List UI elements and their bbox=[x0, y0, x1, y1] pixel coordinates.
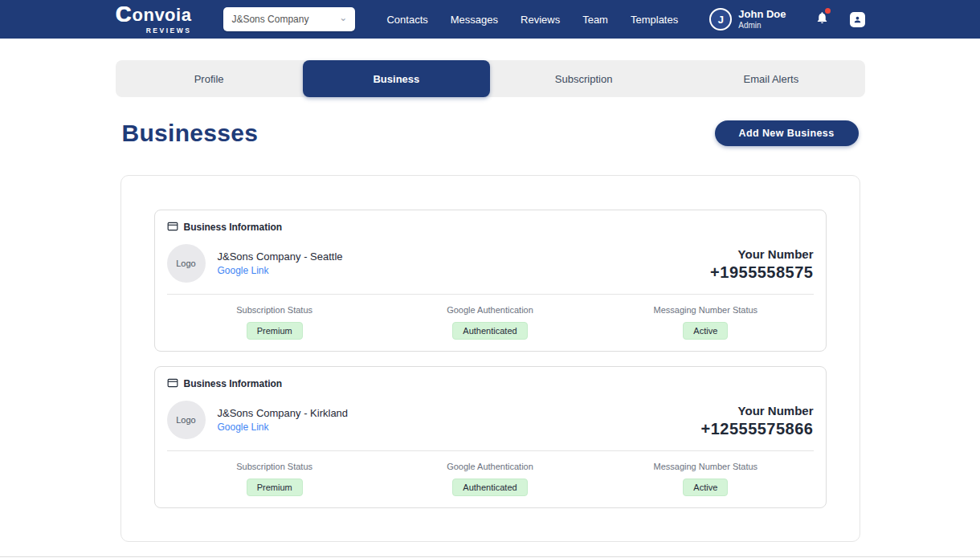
brand-c-swirl: C bbox=[116, 4, 132, 26]
google-auth-label: Google Authentication bbox=[447, 462, 533, 471]
tab-profile[interactable]: Profile bbox=[116, 60, 303, 97]
tab-email-alerts[interactable]: Email Alerts bbox=[677, 60, 864, 97]
primary-nav: Contacts Messages Reviews Team Templates bbox=[386, 14, 678, 26]
company-select[interactable]: J&Sons Company ⌄ bbox=[223, 7, 355, 31]
messaging-status-label: Messaging Number Status bbox=[654, 305, 758, 315]
nav-link-messages[interactable]: Messages bbox=[451, 14, 498, 26]
page-title: Businesses bbox=[122, 120, 259, 147]
top-navbar: C onvoia REVIEWS J&Sons Company ⌄ Contac… bbox=[0, 0, 980, 39]
nav-link-team[interactable]: Team bbox=[582, 14, 608, 26]
avatar[interactable]: J bbox=[709, 8, 732, 31]
business-info-title: Business Information bbox=[184, 222, 283, 233]
brand-subtitle: REVIEWS bbox=[116, 27, 192, 35]
business-logo: Logo bbox=[167, 401, 206, 439]
businesses-panel: Business Information Logo J&Sons Company… bbox=[120, 175, 860, 542]
nav-link-contacts[interactable]: Contacts bbox=[386, 14, 427, 26]
business-card: Business Information Logo J&Sons Company… bbox=[154, 366, 827, 508]
subscription-status-label: Subscription Status bbox=[236, 462, 312, 471]
nav-link-reviews[interactable]: Reviews bbox=[521, 14, 560, 26]
google-auth-label: Google Authentication bbox=[447, 305, 533, 315]
business-info-icon bbox=[167, 220, 178, 234]
business-info-icon bbox=[167, 377, 178, 391]
messaging-status-badge: Active bbox=[683, 322, 728, 340]
brand-logo[interactable]: C onvoia REVIEWS bbox=[116, 4, 192, 35]
number-label: Your Number bbox=[710, 247, 813, 261]
tab-business[interactable]: Business bbox=[303, 60, 490, 97]
business-logo: Logo bbox=[167, 244, 206, 283]
chat-widget-icon[interactable] bbox=[850, 12, 865, 27]
tab-subscription[interactable]: Subscription bbox=[490, 60, 677, 97]
user-role: Admin bbox=[738, 21, 786, 31]
notification-dot bbox=[825, 8, 831, 14]
notification-bell-icon[interactable] bbox=[815, 10, 829, 28]
number-value: +1955558575 bbox=[710, 263, 813, 282]
user-name: John Doe bbox=[738, 9, 786, 21]
google-link[interactable]: Google Link bbox=[218, 422, 269, 433]
card-divider bbox=[167, 450, 814, 451]
google-link[interactable]: Google Link bbox=[218, 265, 269, 276]
google-auth-badge: Authenticated bbox=[452, 479, 527, 496]
subscription-status-badge: Premium bbox=[247, 479, 303, 496]
settings-tab-bar: Profile Business Subscription Email Aler… bbox=[116, 60, 865, 97]
chevron-down-icon: ⌄ bbox=[339, 12, 347, 23]
add-new-business-button[interactable]: Add New Business bbox=[715, 120, 859, 146]
messaging-status-label: Messaging Number Status bbox=[654, 462, 758, 471]
subscription-status-badge: Premium bbox=[247, 322, 303, 340]
business-number-block: Your Number +12555575866 bbox=[700, 401, 813, 438]
user-meta: John Doe Admin bbox=[738, 9, 786, 30]
google-auth-badge: Authenticated bbox=[452, 322, 527, 340]
business-name: J&Sons Company - Kirkland bbox=[218, 407, 349, 419]
company-select-value: J&Sons Company bbox=[231, 14, 308, 25]
card-divider bbox=[167, 294, 814, 295]
messaging-status-badge: Active bbox=[683, 479, 728, 496]
brand-name-text: onvoia bbox=[133, 6, 192, 24]
business-card: Business Information Logo J&Sons Company… bbox=[154, 210, 827, 352]
subscription-status-label: Subscription Status bbox=[236, 305, 312, 315]
business-name: J&Sons Company - Seattle bbox=[218, 250, 343, 263]
business-info-title: Business Information bbox=[184, 378, 283, 389]
business-number-block: Your Number +1955558575 bbox=[710, 244, 813, 282]
number-value: +12555575866 bbox=[700, 420, 813, 438]
number-label: Your Number bbox=[700, 404, 813, 417]
nav-link-templates[interactable]: Templates bbox=[631, 14, 678, 26]
